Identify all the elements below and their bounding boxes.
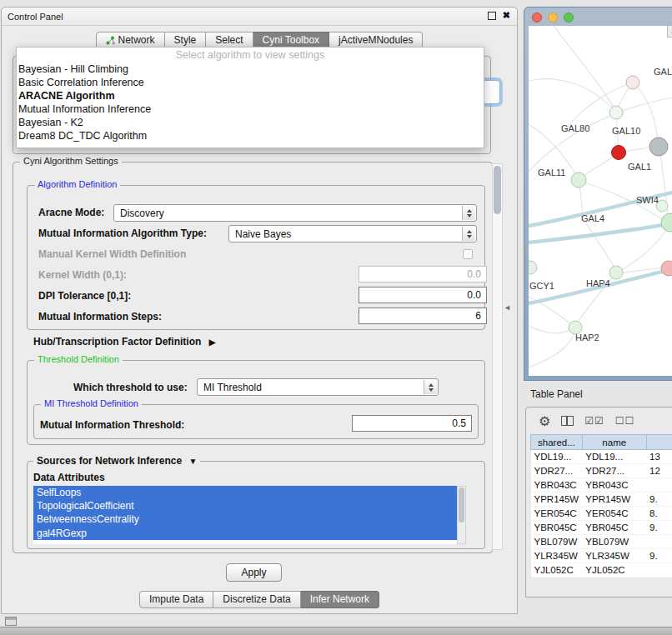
cell-extra[interactable]: 9. bbox=[646, 492, 672, 507]
table-row[interactable]: YER054CYER054C8. bbox=[531, 507, 672, 521]
aracne-mode-combo[interactable]: Discovery bbox=[113, 204, 477, 222]
which-threshold-combo[interactable]: MI Threshold bbox=[197, 378, 439, 396]
mi-threshold-field[interactable]: 0.5 bbox=[352, 415, 472, 432]
attribute-item[interactable]: gal4RGexp bbox=[33, 527, 457, 540]
splitter-collapse-icon[interactable]: ◄ bbox=[504, 303, 511, 312]
cell-shared[interactable]: YDR27... bbox=[531, 464, 583, 478]
attribute-item[interactable]: BetweennessCentrality bbox=[33, 512, 457, 526]
algorithm-option-selected[interactable]: ARACNE Algorithm bbox=[17, 89, 484, 102]
cell-shared[interactable]: YBR043C bbox=[531, 478, 583, 492]
table-row[interactable]: YBR045CYBR045C9. bbox=[531, 521, 672, 535]
network-node[interactable] bbox=[626, 76, 639, 89]
columns-icon[interactable] bbox=[561, 416, 574, 426]
column-header-name[interactable]: name bbox=[582, 435, 646, 450]
zoom-traffic-light[interactable] bbox=[564, 12, 574, 22]
attributes-scrollbar[interactable] bbox=[457, 486, 466, 544]
cell-name[interactable]: YBL079W bbox=[582, 535, 646, 549]
kernel-width-field[interactable]: 0.0 bbox=[359, 266, 487, 282]
float-window-icon[interactable] bbox=[488, 12, 496, 20]
gear-icon[interactable]: ⚙ bbox=[539, 413, 550, 429]
cell-extra[interactable] bbox=[646, 563, 672, 578]
network-node[interactable] bbox=[609, 266, 623, 279]
network-node[interactable] bbox=[661, 213, 672, 232]
algorithm-option[interactable]: Bayesian - Hill Climbing bbox=[17, 62, 484, 76]
node-label: HAP2 bbox=[575, 332, 599, 342]
table-row[interactable]: YDL19...YDL19...13 bbox=[531, 450, 672, 464]
algorithm-option[interactable]: Basic Correlation Inference bbox=[17, 76, 484, 89]
close-traffic-light[interactable] bbox=[532, 12, 542, 22]
network-node-red[interactable] bbox=[612, 146, 626, 160]
cell-shared[interactable]: YER054C bbox=[531, 507, 583, 521]
cell-name[interactable]: YLR345W bbox=[582, 549, 646, 563]
cell-name[interactable]: YDL19... bbox=[582, 450, 646, 464]
cell-shared[interactable]: YDL19... bbox=[531, 450, 583, 464]
mi-steps-field[interactable]: 6 bbox=[359, 308, 487, 324]
cell-shared[interactable]: YPR145W bbox=[531, 492, 583, 507]
cell-extra[interactable]: 9. bbox=[646, 521, 672, 535]
cell-name[interactable]: YPR145W bbox=[582, 492, 646, 507]
network-view-window: GAL GAL80 GAL10 GAL11 GAL1 SWI4 GAL4 GCY… bbox=[524, 7, 672, 381]
network-canvas[interactable]: GAL GAL80 GAL10 GAL11 GAL1 SWI4 GAL4 GCY… bbox=[529, 26, 672, 376]
cell-shared[interactable]: YBL079W bbox=[531, 535, 583, 549]
deselect-all-checkboxes-icon[interactable]: ☐☐ bbox=[615, 415, 635, 427]
hub-definition-toggle[interactable]: Hub/Transcription Factor Definition ▶ bbox=[33, 336, 215, 348]
dpi-tolerance-field[interactable]: 0.0 bbox=[359, 287, 487, 303]
tab-impute-data[interactable]: Impute Data bbox=[139, 591, 213, 608]
close-icon[interactable]: ✖ bbox=[503, 11, 510, 20]
network-node[interactable] bbox=[609, 106, 623, 119]
combo-stepper-icon bbox=[462, 227, 475, 241]
table-row[interactable]: YPR145WYPR145W9. bbox=[531, 492, 672, 507]
scrollbar-thumb[interactable] bbox=[494, 166, 501, 214]
select-all-checkboxes-icon[interactable]: ☑☑ bbox=[584, 415, 604, 427]
cell-extra[interactable] bbox=[646, 535, 672, 549]
mi-type-combo[interactable]: Naive Bayes bbox=[228, 225, 477, 242]
cell-name[interactable]: YER054C bbox=[582, 507, 646, 521]
algorithm-option[interactable]: Dream8 DC_TDC Algorithm bbox=[17, 129, 484, 142]
minimize-traffic-light[interactable] bbox=[548, 12, 558, 22]
table-row[interactable]: YBR043CYBR043C bbox=[531, 478, 672, 492]
cell-extra[interactable]: 8. bbox=[646, 507, 672, 521]
cell-name[interactable]: YBR043C bbox=[582, 478, 646, 492]
hub-definition-label: Hub/Transcription Factor Definition bbox=[33, 336, 201, 348]
aracne-mode-value: Discovery bbox=[120, 208, 164, 219]
cell-shared[interactable]: YJL052C bbox=[531, 563, 583, 578]
scroll-up-button[interactable] bbox=[667, 26, 672, 38]
network-nodes bbox=[529, 76, 672, 334]
tab-discretize-data[interactable]: Discretize Data bbox=[213, 591, 300, 608]
cell-name[interactable]: YBR045C bbox=[582, 521, 646, 535]
network-node[interactable] bbox=[529, 261, 537, 274]
attribute-item[interactable]: TopologicalCoefficient bbox=[33, 499, 457, 512]
collapsed-arrow-icon: ▶ bbox=[209, 338, 216, 347]
scrollbar-thumb[interactable] bbox=[459, 488, 464, 522]
table-row[interactable]: YLR345WYLR345W9. bbox=[531, 549, 672, 563]
cell-extra[interactable]: 12 bbox=[646, 464, 672, 478]
settings-scrollbar[interactable] bbox=[492, 163, 503, 550]
column-header-extra[interactable] bbox=[646, 435, 672, 450]
cell-extra[interactable] bbox=[646, 478, 672, 492]
manual-kernel-checkbox[interactable] bbox=[463, 249, 473, 259]
network-node-gray[interactable] bbox=[649, 138, 668, 156]
table-row[interactable]: YBL079WYBL079W bbox=[531, 535, 672, 549]
column-header-shared-name[interactable]: shared... bbox=[531, 435, 583, 450]
cell-extra[interactable]: 9. bbox=[646, 549, 672, 563]
collapsed-panel-icon[interactable] bbox=[5, 617, 17, 626]
network-node-pink[interactable] bbox=[661, 261, 672, 276]
cell-extra[interactable]: 13 bbox=[646, 450, 672, 464]
table-row[interactable]: YDR27...YDR27...12 bbox=[531, 464, 672, 478]
cell-name[interactable]: YJL052C bbox=[582, 563, 646, 578]
algorithm-option[interactable]: Mutual Information Inference bbox=[17, 102, 484, 116]
attribute-item[interactable]: SelfLoops bbox=[33, 486, 457, 499]
sources-toggle[interactable]: Sources for Network Inference ▼ bbox=[33, 455, 200, 467]
apply-button[interactable]: Apply bbox=[226, 563, 282, 582]
data-attributes-label: Data Attributes bbox=[33, 472, 105, 483]
network-node[interactable] bbox=[571, 172, 586, 188]
settings-group-title: Cyni Algorithm Settings bbox=[20, 156, 122, 166]
cell-name[interactable]: YDR27... bbox=[582, 464, 646, 478]
tab-infer-network[interactable]: Infer Network bbox=[301, 591, 379, 608]
cell-shared[interactable]: YLR345W bbox=[531, 549, 583, 563]
algorithm-option[interactable]: Bayesian - K2 bbox=[17, 116, 484, 129]
node-table: shared... name YDL19...YDL19...13 YDR27.… bbox=[530, 434, 672, 578]
table-row[interactable]: YJL052CYJL052C bbox=[531, 563, 672, 578]
node-label: GAL10 bbox=[612, 126, 640, 136]
cell-shared[interactable]: YBR045C bbox=[531, 521, 583, 535]
